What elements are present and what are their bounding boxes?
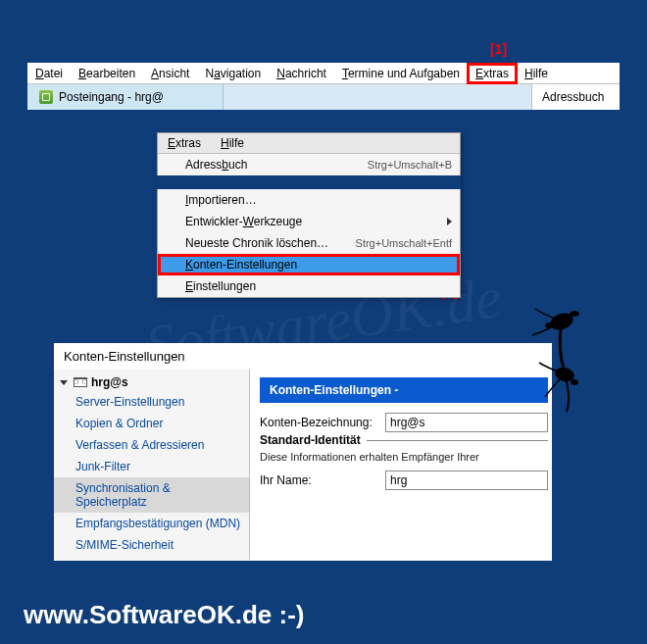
mail-icon [39,90,53,104]
tab-label: Posteingang - hrg@ [59,90,164,104]
svg-point-2 [545,322,553,328]
menuitem-label: Entwickler-Werkzeuge [185,215,439,228]
menuitem-einstellungen[interactable]: Einstellungen [158,275,460,297]
menu-nachricht[interactable]: Nachricht [269,64,334,83]
ihr-name-input[interactable] [385,471,548,490]
menuitem-label: Adressbuch [185,158,368,172]
konten-einstellungen-dialog: Konten-Einstellungen hrg@s Server-Einste… [54,343,552,561]
identity-description: Diese Informationen erhalten Empfänger I… [260,451,548,463]
dropdown-preview-line1: Adressbuch [542,90,610,104]
dropdown-preview[interactable]: Adressbuch [531,84,620,110]
menu-hilfe[interactable]: Hilfe [517,64,556,83]
footer-url: www.SoftwareOK.de :-) [24,600,305,630]
menu-datei[interactable]: Datei [27,64,71,83]
menuitem-importieren-[interactable]: Importieren… [158,189,460,211]
standard-identitaet-legend: Standard-Identität [260,433,367,447]
chevron-right-icon [447,218,452,225]
menuitem-entwickler-werkzeuge[interactable]: Entwickler-Werkzeuge [158,211,460,232]
settings-main: Konten-Einstellungen - Konten-Bezeichnun… [250,370,552,560]
svg-point-0 [548,310,575,332]
tree-item-server-einstellungen[interactable]: Server-Einstellungen [54,391,249,413]
chevron-down-icon [60,380,68,385]
ihr-name-label: Ihr Name: [260,473,377,487]
menuitem-konten-einstellungen[interactable]: Konten-Einstellungen [158,254,460,275]
tree-item-synchronisation-speicherplatz[interactable]: Synchronisation & Speicherplatz [54,477,249,513]
svg-point-3 [554,366,576,384]
annotation-marker-1: [1] [490,41,507,57]
menu-navigation[interactable]: Navigation [197,64,269,83]
menuitem-label: Einstellungen [185,279,452,293]
envelope-icon [74,377,87,387]
menubar: DateiBearbeitenAnsichtNavigationNachrich… [27,63,620,84]
dropdown-header-extras[interactable]: Extras [158,133,211,153]
menuitem-shortcut: Strg+Umschalt+Entf [356,237,452,249]
menuitem-adressbuch[interactable]: AdressbuchStrg+Umschalt+B [158,154,460,175]
menuitem-label: Importieren… [185,193,452,207]
menu-bearbeiten[interactable]: Bearbeiten [71,64,143,83]
menuitem-shortcut: Strg+Umschalt+B [368,159,452,171]
settings-tree: hrg@s Server-EinstellungenKopien & Ordne… [54,370,250,560]
main-window: DateiBearbeitenAnsichtNavigationNachrich… [27,63,620,110]
tree-item-kopien-ordner[interactable]: Kopien & Ordner [54,413,249,434]
tree-item-junk-filter[interactable]: Junk-Filter [54,456,249,477]
konten-bezeichnung-label: Konten-Bezeichnung: [260,416,377,429]
tree-root-account[interactable]: hrg@s [54,373,249,391]
dropdown-header: ExtrasHilfe [158,133,460,154]
tree-item-empfangsbest-tigungen-mdn-[interactable]: Empfangsbestätigungen (MDN) [54,513,249,534]
tabbar: Posteingang - hrg@ Adressbuch [27,84,620,110]
tree-item-verfassen-adressieren[interactable]: Verfassen & Adressieren [54,434,249,456]
menuitem-label: Neueste Chronik löschen… [185,236,356,250]
menu-ansicht[interactable]: Ansicht [143,64,197,83]
konten-bezeichnung-input[interactable] [385,413,548,432]
svg-point-4 [571,379,578,385]
menuitem-neueste-chronik-l-schen-[interactable]: Neueste Chronik löschen…Strg+Umschalt+En… [158,232,460,254]
standard-identitaet-fieldset: Standard-Identität Diese Informationen e… [260,440,548,490]
tree-root-label: hrg@s [91,375,128,389]
extras-dropdown: ExtrasHilfe AdressbuchStrg+Umschalt+B Im… [157,132,461,298]
dialog-title: Konten-Einstellungen [54,343,552,370]
settings-main-title: Konten-Einstellungen - [260,377,548,403]
dropdown-header-hilfe[interactable]: Hilfe [211,133,254,153]
menu-termine-und-aufgaben[interactable]: Termine und Aufgaben [334,64,468,83]
menuitem-label: Konten-Einstellungen [185,258,452,272]
tab-posteingang[interactable]: Posteingang - hrg@ [27,84,224,110]
menu-extras[interactable]: Extras [468,64,517,83]
tree-item-s-mime-sicherheit[interactable]: S/MIME-Sicherheit [54,534,249,556]
svg-point-1 [570,311,579,317]
